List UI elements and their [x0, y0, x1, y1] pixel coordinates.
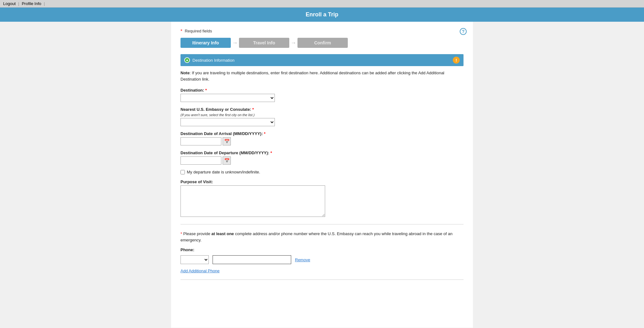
profile-link[interactable]: Profile Info: [22, 1, 41, 6]
divider-2: [180, 280, 464, 280]
step-itinerary[interactable]: Itinerary Info: [180, 38, 231, 48]
calendar-icon-2: 📅: [224, 158, 230, 163]
section-title: Destination Information: [192, 58, 235, 63]
remove-phone-link[interactable]: Remove: [295, 257, 310, 262]
page-header: Enroll a Trip: [0, 8, 644, 22]
destination-select[interactable]: [180, 94, 275, 102]
purpose-label: Purpose of Visit:: [180, 179, 464, 184]
add-additional-phone-link[interactable]: Add Additional Phone: [180, 269, 219, 273]
phone-label: Phone:: [180, 247, 464, 252]
calendar-icon: 📅: [224, 139, 230, 144]
step-arrow-1: →: [232, 40, 238, 46]
step-travel[interactable]: Travel Info: [239, 38, 289, 48]
arrival-label: Destination Date of Arrival (MM/DD/YYYY)…: [180, 131, 464, 136]
step-confirm[interactable]: Confirm: [297, 38, 348, 48]
phone-number-input[interactable]: [213, 255, 291, 264]
purpose-textarea[interactable]: [180, 185, 325, 217]
unknown-departure-checkbox[interactable]: [180, 170, 185, 174]
embassy-sublabel: (If you aren't sure, select the first ci…: [180, 113, 464, 117]
departure-calendar-button[interactable]: 📅: [223, 156, 231, 165]
unknown-departure-label: My departure date is unknown/indefinite.: [187, 170, 260, 174]
required-note: * Required fields: [180, 28, 464, 33]
steps-wizard: Itinerary Info → Travel Info → Confirm: [180, 38, 464, 48]
destination-note: Note: If you are traveling to multiple d…: [180, 70, 464, 82]
departure-date-input[interactable]: [180, 156, 221, 165]
arrival-calendar-button[interactable]: 📅: [223, 137, 231, 145]
embassy-group: Nearest U.S. Embassy or Consulate: * (If…: [180, 107, 464, 126]
departure-label: Destination Date of Departure (MM/DD/YYY…: [180, 150, 464, 155]
phone-type-select[interactable]: Home Mobile Work: [180, 255, 209, 264]
warning-icon: !: [453, 57, 460, 64]
departure-date-group: Destination Date of Departure (MM/DD/YYY…: [180, 150, 464, 165]
logout-link[interactable]: Logout: [3, 1, 16, 6]
section-check-icon: ●: [184, 57, 190, 63]
arrival-date-input[interactable]: [180, 137, 221, 145]
embassy-reach-note: * Please provide at least one complete a…: [180, 231, 464, 243]
embassy-label: Nearest U.S. Embassy or Consulate: *: [180, 107, 464, 112]
embassy-select[interactable]: [180, 118, 275, 126]
destination-section-header: ● Destination Information !: [180, 54, 464, 66]
unknown-departure-row: My departure date is unknown/indefinite.: [180, 170, 464, 174]
phone-row: Home Mobile Work Remove: [180, 255, 464, 264]
step-arrow-2: →: [291, 40, 296, 46]
main-content: ? * Required fields Itinerary Info → Tra…: [171, 22, 473, 328]
divider-1: [180, 224, 464, 224]
destination-label: Destination: *: [180, 88, 464, 93]
arrival-date-group: Destination Date of Arrival (MM/DD/YYYY)…: [180, 131, 464, 145]
purpose-group: Purpose of Visit:: [180, 179, 464, 218]
page-title: Enroll a Trip: [306, 11, 338, 18]
destination-group: Destination: *: [180, 88, 464, 102]
help-icon[interactable]: ?: [460, 28, 467, 35]
top-nav: Logout | Profile Info |: [0, 0, 644, 8]
